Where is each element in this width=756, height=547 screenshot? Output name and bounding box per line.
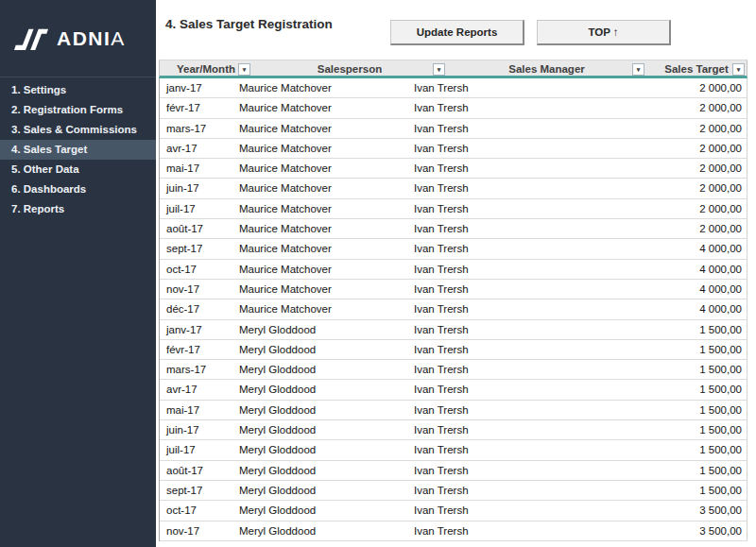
year-month-cell[interactable]: oct-17 — [160, 260, 237, 279]
filter-dropdown-icon[interactable]: ▾ — [238, 63, 250, 76]
sales-target-cell[interactable]: 2 000,00 — [653, 199, 747, 218]
sales-manager-cell[interactable]: Ivan Trersh — [412, 320, 653, 339]
sales-manager-cell[interactable]: Ivan Trersh — [412, 481, 653, 500]
sales-target-cell[interactable]: 1 500,00 — [653, 420, 747, 439]
sales-target-cell[interactable]: 3 500,00 — [653, 501, 747, 520]
sales-target-cell[interactable]: 2 000,00 — [653, 179, 747, 197]
year-month-cell[interactable]: janv-17 — [160, 78, 237, 97]
sales-manager-cell[interactable]: Ivan Trersh — [412, 98, 653, 117]
sales-target-cell[interactable]: 1 500,00 — [653, 401, 747, 419]
year-month-cell[interactable]: août-17 — [160, 461, 237, 480]
year-month-cell[interactable]: sept-17 — [160, 239, 237, 258]
sales-manager-cell[interactable]: Ivan Trersh — [412, 461, 653, 480]
year-month-cell[interactable]: avr-17 — [160, 139, 237, 158]
sales-target-cell[interactable]: 4 000,00 — [653, 280, 747, 299]
sales-manager-cell[interactable]: Ivan Trersh — [412, 401, 653, 419]
sales-target-cell[interactable]: 2 000,00 — [653, 78, 747, 97]
filter-dropdown-icon[interactable]: ▾ — [433, 63, 445, 76]
sales-manager-cell[interactable]: Ivan Trersh — [412, 219, 653, 238]
salesperson-cell[interactable]: Maurice Matchover — [237, 239, 412, 258]
sales-manager-cell[interactable]: Ivan Trersh — [412, 340, 653, 359]
year-month-cell[interactable]: juil-17 — [160, 440, 237, 459]
year-month-cell[interactable]: mars-17 — [160, 119, 237, 138]
sales-manager-cell[interactable]: Ivan Trersh — [412, 280, 653, 299]
sales-target-cell[interactable]: 1 500,00 — [653, 481, 747, 500]
salesperson-cell[interactable]: Meryl Gloddood — [237, 440, 412, 459]
sales-target-cell[interactable]: 3 500,00 — [653, 521, 747, 540]
year-month-cell[interactable]: déc-17 — [160, 299, 237, 318]
sales-manager-cell[interactable]: Ivan Trersh — [412, 420, 653, 439]
sales-target-cell[interactable]: 1 500,00 — [653, 440, 747, 459]
salesperson-cell[interactable]: Meryl Gloddood — [237, 380, 412, 399]
sales-target-cell[interactable]: 4 000,00 — [653, 299, 747, 318]
sidebar-item-sales-commissions[interactable]: 3. Sales & Commissions — [0, 120, 156, 140]
salesperson-cell[interactable]: Maurice Matchover — [237, 179, 412, 197]
salesperson-cell[interactable]: Maurice Matchover — [237, 98, 412, 117]
sales-manager-cell[interactable]: Ivan Trersh — [412, 501, 653, 520]
filter-dropdown-icon[interactable]: ▾ — [732, 63, 745, 76]
update-reports-button[interactable]: Update Reports — [390, 20, 524, 45]
sales-target-cell[interactable]: 2 000,00 — [653, 119, 747, 138]
year-month-cell[interactable]: nov-17 — [160, 280, 237, 299]
sidebar-item-settings[interactable]: 1. Settings — [0, 80, 156, 100]
year-month-cell[interactable]: mars-17 — [160, 360, 237, 379]
top-button[interactable]: TOP ↑ — [537, 20, 671, 45]
salesperson-cell[interactable]: Maurice Matchover — [237, 299, 412, 318]
year-month-cell[interactable]: avr-17 — [160, 380, 237, 399]
salesperson-cell[interactable]: Maurice Matchover — [237, 260, 412, 279]
salesperson-cell[interactable]: Meryl Gloddood — [237, 320, 412, 339]
salesperson-cell[interactable]: Meryl Gloddood — [237, 461, 412, 480]
sales-manager-cell[interactable]: Ivan Trersh — [412, 260, 653, 279]
sales-target-cell[interactable]: 1 500,00 — [653, 320, 747, 339]
sales-target-cell[interactable]: 2 000,00 — [653, 139, 747, 158]
year-month-cell[interactable]: mai-17 — [160, 159, 237, 178]
salesperson-cell[interactable]: Meryl Gloddood — [237, 501, 412, 520]
year-month-cell[interactable]: juin-17 — [160, 179, 237, 197]
year-month-cell[interactable]: mai-17 — [160, 401, 237, 419]
sales-target-cell[interactable]: 4 000,00 — [653, 260, 747, 279]
sales-manager-cell[interactable]: Ivan Trersh — [412, 360, 653, 379]
sales-manager-cell[interactable]: Ivan Trersh — [412, 119, 653, 138]
sales-manager-cell[interactable]: Ivan Trersh — [412, 179, 653, 197]
sales-manager-cell[interactable]: Ivan Trersh — [412, 521, 653, 540]
sales-manager-cell[interactable]: Ivan Trersh — [412, 78, 653, 97]
year-month-cell[interactable]: juil-17 — [160, 199, 237, 218]
year-month-cell[interactable]: oct-17 — [160, 501, 237, 520]
filter-dropdown-icon[interactable]: ▾ — [632, 63, 644, 76]
salesperson-cell[interactable]: Maurice Matchover — [237, 159, 412, 178]
year-month-cell[interactable]: nov-17 — [160, 521, 237, 540]
salesperson-cell[interactable]: Maurice Matchover — [237, 78, 412, 97]
sales-target-cell[interactable]: 1 500,00 — [653, 380, 747, 399]
salesperson-cell[interactable]: Meryl Gloddood — [237, 481, 412, 500]
salesperson-cell[interactable]: Meryl Gloddood — [237, 420, 412, 439]
sales-target-cell[interactable]: 4 000,00 — [653, 239, 747, 258]
sales-manager-cell[interactable]: Ivan Trersh — [412, 239, 653, 258]
year-month-cell[interactable]: août-17 — [160, 219, 237, 238]
year-month-cell[interactable]: févr-17 — [160, 340, 237, 359]
year-month-cell[interactable]: juin-17 — [160, 420, 237, 439]
sales-manager-cell[interactable]: Ivan Trersh — [412, 299, 653, 318]
sidebar-item-dashboards[interactable]: 6. Dashboards — [0, 179, 156, 199]
year-month-cell[interactable]: févr-17 — [160, 98, 237, 117]
sidebar-item-sales-target[interactable]: 4. Sales Target — [0, 140, 156, 160]
sales-target-cell[interactable]: 1 500,00 — [653, 461, 747, 480]
salesperson-cell[interactable]: Maurice Matchover — [237, 219, 412, 238]
sales-target-cell[interactable]: 1 500,00 — [653, 340, 747, 359]
sidebar-item-registration-forms[interactable]: 2. Registration Forms — [0, 100, 156, 120]
sales-target-cell[interactable]: 2 000,00 — [653, 98, 747, 117]
sales-manager-cell[interactable]: Ivan Trersh — [412, 440, 653, 459]
salesperson-cell[interactable]: Meryl Gloddood — [237, 340, 412, 359]
salesperson-cell[interactable]: Maurice Matchover — [237, 199, 412, 218]
salesperson-cell[interactable]: Meryl Gloddood — [237, 360, 412, 379]
sales-manager-cell[interactable]: Ivan Trersh — [412, 159, 653, 178]
year-month-cell[interactable]: sept-17 — [160, 481, 237, 500]
salesperson-cell[interactable]: Meryl Gloddood — [237, 521, 412, 540]
year-month-cell[interactable]: janv-17 — [160, 320, 237, 339]
salesperson-cell[interactable]: Maurice Matchover — [237, 139, 412, 158]
sales-manager-cell[interactable]: Ivan Trersh — [412, 380, 653, 399]
sales-target-cell[interactable]: 2 000,00 — [653, 219, 747, 238]
sales-target-cell[interactable]: 1 500,00 — [653, 360, 747, 379]
sidebar-item-other-data[interactable]: 5. Other Data — [0, 160, 156, 179]
sales-manager-cell[interactable]: Ivan Trersh — [412, 199, 653, 218]
sidebar-item-reports[interactable]: 7. Reports — [0, 199, 156, 219]
